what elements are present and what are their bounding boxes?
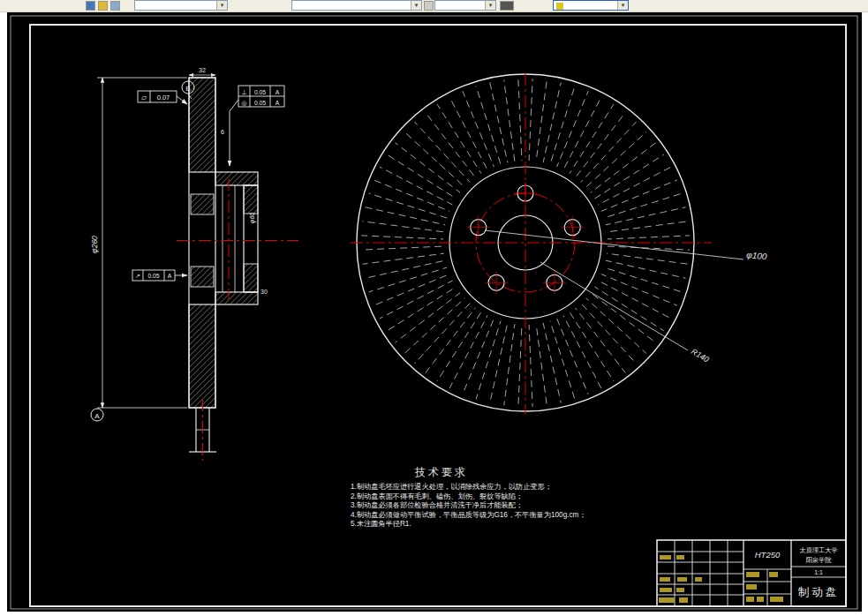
chevron-down-icon[interactable]: ▾ bbox=[617, 1, 628, 10]
school-line1: 太原理工大学 bbox=[799, 546, 837, 554]
fcf1-value: 0.05 bbox=[254, 89, 266, 95]
datum-a-label: A bbox=[94, 412, 100, 420]
toolbar-icon-2[interactable] bbox=[98, 1, 108, 11]
tech-title: 技术要求 bbox=[414, 466, 468, 478]
dim-vent: 6 bbox=[221, 129, 224, 135]
fcf2-datum: A bbox=[275, 100, 280, 106]
layer-combo[interactable]: ▾ bbox=[134, 0, 228, 11]
fcf-runout-symbol: ↗ bbox=[135, 273, 140, 279]
fcf-runout-datum: A bbox=[168, 273, 172, 279]
dim-hub-dia: φ60 bbox=[249, 213, 256, 223]
chevron-down-icon[interactable]: ▾ bbox=[411, 1, 421, 10]
fcf1-symbol: ⊥ bbox=[241, 89, 246, 95]
toolbar-icon-5[interactable] bbox=[500, 1, 514, 11]
cad-application-window: ▾ ▾ ▾ ▾ bbox=[0, 0, 868, 616]
color-swatch bbox=[556, 3, 563, 10]
tech-line-1: 1.制动盘毛坯应进行退火处理，以消除残余应力，以防止变形； bbox=[351, 482, 552, 491]
chevron-down-icon[interactable]: ▾ bbox=[485, 1, 495, 10]
tech-line-4: 4.制动盘必须做动平衡试验，平衡品质等级为G16，不平衡量为100g.cm； bbox=[351, 511, 586, 519]
dim-outer-dia: φ260 bbox=[90, 236, 99, 253]
color-combo[interactable]: ▾ bbox=[553, 0, 629, 11]
chevron-down-icon[interactable]: ▾ bbox=[216, 1, 227, 10]
tech-line-5: 5.未注圆角半径R1. bbox=[351, 520, 411, 528]
dim-plate: 32 bbox=[199, 67, 206, 73]
part-name: 制动盘 bbox=[798, 586, 840, 598]
fcf-flatness-symbol: ▱ bbox=[141, 94, 147, 101]
model-space[interactable] bbox=[7, 11, 862, 612]
toolbar-icon-1[interactable] bbox=[86, 1, 95, 11]
tech-line-3: 3.制动盘必须各部位检验合格并清洗干净后才能装配； bbox=[351, 501, 523, 509]
drawing-canvas[interactable]: φ260 A B ▱ 0.07 ⊥ 0.05 A bbox=[0, 0, 868, 616]
datum-b-label: B bbox=[185, 85, 190, 93]
fcf1-datum: A bbox=[275, 89, 280, 95]
style-combo[interactable]: ▾ bbox=[291, 0, 422, 11]
scale-value: 1:1 bbox=[814, 569, 823, 575]
fcf-runout-value: 0.05 bbox=[147, 273, 159, 279]
linetype-combo[interactable]: ▾ bbox=[434, 0, 496, 11]
fcf2-value: 0.05 bbox=[254, 100, 266, 106]
toolbar: ▾ ▾ ▾ ▾ bbox=[0, 0, 868, 12]
dim-hat-depth: 30 bbox=[260, 289, 268, 295]
toolbar-icon-4[interactable] bbox=[424, 1, 434, 11]
fcf2-symbol: ◎ bbox=[241, 100, 246, 106]
fcf-flatness-value: 0.07 bbox=[157, 94, 170, 101]
material-label: HT250 bbox=[755, 550, 781, 560]
toolbar-icon-3[interactable] bbox=[110, 1, 120, 11]
tech-line-2: 2.制动盘表面不得有毛刺、磕伤、划伤、裂纹等缺陷； bbox=[351, 492, 523, 500]
school-line2: 阳泉学院 bbox=[806, 556, 832, 564]
